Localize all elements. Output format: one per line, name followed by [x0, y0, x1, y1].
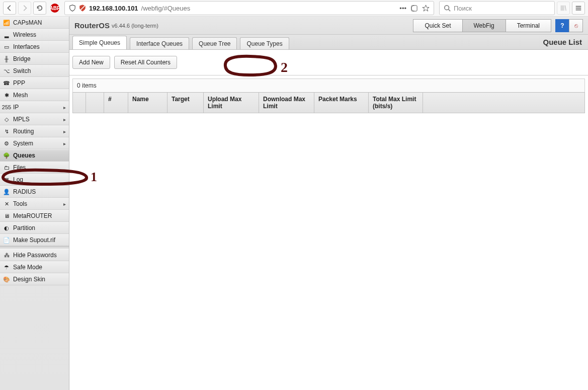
meatball-menu-icon[interactable]: •••	[399, 5, 406, 12]
column-header-download-max-limit[interactable]: Download Max Limit	[259, 93, 314, 113]
sidebar-item-label: PPP	[13, 80, 25, 87]
add-new-button[interactable]: Add New	[72, 56, 110, 69]
sidebar-item-label: Files	[13, 164, 26, 171]
column-header-packet-marks[interactable]: Packet Marks	[314, 93, 369, 113]
sidebar-icon: ◇	[3, 116, 10, 123]
sidebar-item-wireless[interactable]: ▂Wireless	[0, 29, 69, 41]
reload-button[interactable]	[33, 2, 46, 15]
sidebar-icon: 🗀	[3, 164, 10, 171]
column-header-blank1[interactable]	[86, 93, 104, 113]
sidebar-item-switch[interactable]: ⌥Switch	[0, 65, 69, 77]
sidebar-icon: 👤	[3, 188, 10, 195]
reload-icon	[36, 5, 43, 12]
items-count: 0 items	[72, 79, 585, 92]
sidebar-item-ppp[interactable]: ☎PPP	[0, 77, 69, 89]
sidebar-item-mpls[interactable]: ◇MPLS▸	[0, 113, 69, 125]
chevron-right-icon: ▸	[63, 105, 66, 110]
tab-simple-queues[interactable]: Simple Queues	[72, 36, 127, 49]
sidebar-item-label: Log	[13, 176, 23, 183]
tab-interface-queues[interactable]: Interface Queues	[130, 37, 189, 49]
sidebar-item-system[interactable]: ⚙System▸	[0, 137, 69, 149]
hamburger-menu-button[interactable]	[572, 2, 585, 15]
sidebar-item-log[interactable]: ≣Log	[0, 174, 69, 186]
sidebar-icon: ≣	[3, 176, 10, 183]
arrow-left-icon	[6, 5, 13, 12]
chevron-right-icon: ▸	[63, 141, 66, 146]
brand-name: RouterOS	[74, 21, 110, 30]
sidebar-item-label: Mesh	[13, 92, 28, 99]
quickset-button[interactable]: Quick Set	[413, 19, 462, 32]
sidebar-item-mesh[interactable]: ✱Mesh	[0, 89, 69, 101]
sidebar-item-label: IP	[13, 104, 19, 111]
terminal-button[interactable]: Terminal	[506, 19, 551, 32]
hamburger-icon	[575, 5, 582, 12]
sidebar-icon: 🎨	[3, 276, 10, 283]
tab-queue-types[interactable]: Queue Types	[240, 37, 289, 49]
sidebar-item-routing[interactable]: ↯Routing▸	[0, 125, 69, 137]
sidebar-icon: ▂	[3, 31, 10, 38]
sidebar-item-label: System	[13, 140, 33, 147]
forward-button[interactable]	[18, 2, 31, 15]
sidebar-icon: 255	[3, 104, 10, 111]
sidebar-item-label: Design Skin	[13, 276, 45, 283]
sidebar-item-label: Safe Mode	[13, 264, 42, 271]
reset-counters-button[interactable]: Reset All Counters	[114, 56, 177, 69]
search-placeholder: Поиск	[454, 5, 472, 12]
sidebar-icon: ╫	[3, 55, 10, 62]
sidebar-item-queues[interactable]: 🌳Queues	[0, 149, 69, 162]
column-header-name[interactable]: Name	[128, 93, 167, 113]
chevron-right-icon: ▸	[63, 201, 66, 207]
column-header--[interactable]: #	[104, 93, 128, 113]
column-header-blank0[interactable]	[73, 93, 86, 113]
sidebar-item-tools[interactable]: ✕Tools▸	[0, 198, 69, 210]
sidebar-item-label: CAPsMAN	[13, 19, 42, 26]
chevron-right-icon: ▸	[63, 129, 66, 134]
sidebar-item-files[interactable]: 🗀Files	[0, 162, 69, 174]
column-header-total-max-limit-bits-s-[interactable]: Total Max Limit (bits/s)	[369, 93, 423, 113]
sidebar-item-label: Partition	[13, 224, 35, 231]
sidebar-item-metarouter[interactable]: 🖥MetaROUTER	[0, 210, 69, 222]
url-bar[interactable]: 192.168.100.101/webfig/#Queues •••	[64, 1, 434, 15]
app-container: 📶CAPsMAN▂Wireless▭Interfaces╫Bridge⌥Swit…	[0, 17, 588, 390]
svg-line-3	[449, 10, 451, 12]
sidebar-icon: ☎	[3, 80, 10, 87]
star-icon[interactable]	[422, 5, 430, 12]
sidebar-item-capsman[interactable]: 📶CAPsMAN	[0, 17, 69, 29]
sidebar-icon: 🖥	[3, 212, 10, 219]
url-path: /webfig/#Queues	[141, 5, 191, 12]
exit-icon: ⎋	[574, 22, 578, 29]
tab-queue-tree[interactable]: Queue Tree	[192, 37, 237, 49]
sidebar-item-partition[interactable]: ◐Partition	[0, 222, 69, 234]
column-header-upload-max-limit[interactable]: Upload Max Limit	[204, 93, 259, 113]
sidebar-item-label: Hide Passwords	[13, 252, 57, 259]
sidebar-item-make-supout-rif[interactable]: 📄Make Supout.rif	[0, 234, 69, 246]
library-icon	[560, 5, 567, 12]
sidebar-icon: ✱	[3, 92, 10, 99]
browser-toolbar: ABP 192.168.100.101/webfig/#Queues ••• П…	[0, 0, 588, 17]
help-icon: ?	[560, 22, 564, 29]
help-button[interactable]: ?	[555, 19, 569, 32]
sidebar-item-safe-mode[interactable]: ☂Safe Mode	[0, 261, 69, 273]
logout-button[interactable]: ⎋	[569, 19, 583, 32]
sidebar-icon: ◐	[3, 224, 10, 231]
chevron-right-icon: ▸	[63, 117, 66, 122]
sidebar-item-interfaces[interactable]: ▭Interfaces	[0, 41, 69, 53]
sidebar-icon: ⁂	[3, 252, 10, 259]
sidebar-item-bridge[interactable]: ╫Bridge	[0, 53, 69, 65]
column-header-blank9[interactable]	[423, 93, 585, 113]
back-button[interactable]	[3, 2, 16, 15]
sidebar-item-design-skin[interactable]: 🎨Design Skin	[0, 273, 69, 285]
sidebar-icon: ▭	[3, 43, 10, 50]
search-bar[interactable]: Поиск	[439, 1, 555, 15]
sidebar-item-radius[interactable]: 👤RADIUS	[0, 186, 69, 198]
sidebar-item-ip[interactable]: 255IP▸	[0, 101, 69, 113]
sidebar-icon: ☂	[3, 264, 10, 271]
adblock-badge-icon[interactable]: ABP	[50, 4, 59, 13]
sidebar-item-hide-passwords[interactable]: ⁂Hide Passwords	[0, 249, 69, 261]
webfig-button[interactable]: WebFig	[462, 19, 506, 32]
reader-view-icon[interactable]	[410, 5, 418, 12]
header-buttons: Quick Set WebFig Terminal ? ⎋	[413, 19, 583, 32]
sidebar: 📶CAPsMAN▂Wireless▭Interfaces╫Bridge⌥Swit…	[0, 17, 69, 390]
library-button[interactable]	[557, 2, 570, 15]
column-header-target[interactable]: Target	[167, 93, 204, 113]
